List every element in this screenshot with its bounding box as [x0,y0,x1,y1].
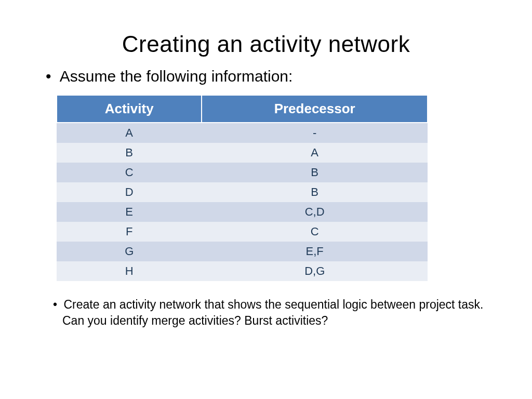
table-row: F C [57,222,428,242]
table-row: G E,F [57,242,428,261]
activity-table-wrap: Activity Predecessor A - B A C B D B E [56,95,428,281]
cell-activity: G [57,242,202,261]
cell-predecessor: C [202,222,428,242]
cell-predecessor: D,G [202,261,428,281]
table-row: C B [57,163,428,182]
cell-activity: A [57,123,202,143]
slide-title: Creating an activity network [42,31,490,57]
bullet-task: Create an activity network that shows th… [47,297,490,329]
cell-activity: B [57,143,202,163]
cell-activity: F [57,222,202,242]
cell-predecessor: B [202,182,428,202]
cell-predecessor: A [202,143,428,163]
cell-activity: D [57,182,202,202]
cell-predecessor: E,F [202,242,428,261]
bullet-intro: Assume the following information: [42,68,490,85]
col-predecessor: Predecessor [202,95,428,123]
table-row: E C,D [57,202,428,222]
cell-predecessor: - [202,123,428,143]
table-row: D B [57,182,428,202]
cell-predecessor: C,D [202,202,428,222]
cell-activity: E [57,202,202,222]
table-row: B A [57,143,428,163]
cell-predecessor: B [202,163,428,182]
table-row: A - [57,123,428,143]
activity-table: Activity Predecessor A - B A C B D B E [56,95,428,281]
table-row: H D,G [57,261,428,281]
cell-activity: H [57,261,202,281]
col-activity: Activity [57,95,202,123]
cell-activity: C [57,163,202,182]
